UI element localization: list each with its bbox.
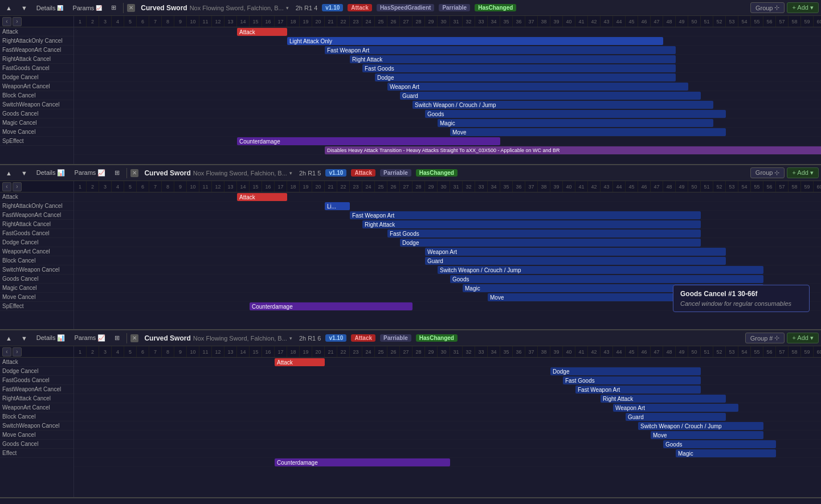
parriable-badge-1[interactable]: Parriable [439, 4, 470, 11]
nav-right-1[interactable]: › [13, 17, 22, 26]
attack-bar-3[interactable]: Attack [275, 358, 325, 366]
dropdown-3[interactable]: ▾ [289, 335, 292, 341]
grid-btn-2[interactable]: ⊞ [111, 168, 123, 178]
close-btn-2[interactable]: ✕ [130, 169, 138, 177]
attack-bar-1[interactable]: Attack [237, 28, 287, 36]
nav-left-1[interactable]: ‹ [2, 17, 11, 26]
group-btn-2[interactable]: Group ⊹ [750, 167, 785, 178]
toolbar-3: ▲ ▼ Details 📊 Params 📈 ⊞ ✕ Curved Sword … [0, 330, 821, 346]
dropdown-1[interactable]: ▾ [286, 5, 289, 11]
details-btn-1[interactable]: Details 📊 [33, 3, 67, 13]
nav-right-2[interactable]: › [13, 182, 22, 191]
params-btn-2[interactable]: Params 📈 [71, 168, 109, 178]
version-badge-1[interactable]: v1.10 [322, 4, 343, 11]
fwa-bar-1[interactable]: Fast Weapon Art [325, 46, 676, 54]
tracks-1: Attack Light Attack Only Fast Weapon Art… [74, 27, 821, 146]
add-btn-1[interactable]: + Add ▾ [787, 2, 819, 13]
label-spfx-1: SpEffect [0, 137, 73, 146]
fwa-bar-2[interactable]: Fast Weapon Art [350, 211, 701, 219]
cd-bar-2[interactable]: Counterdamage [250, 302, 412, 310]
details-btn-2[interactable]: Details 📊 [33, 168, 69, 178]
panel-1: ▲ ▼ Details 📊 Params 📈 ⊞ ✕ Curved Sword … [0, 0, 821, 165]
speed-gradient-badge-1[interactable]: HasSpeedGradient [377, 4, 434, 11]
version-badge-2[interactable]: v1.10 [325, 169, 346, 177]
goods-bar-1[interactable]: Goods [425, 110, 726, 118]
up-arrow-2[interactable]: ▲ [2, 169, 15, 178]
disable-bar-1[interactable]: Disables Heavy Attack Transition - Heavy… [325, 146, 821, 154]
add-btn-3[interactable]: + Add ▾ [787, 333, 819, 343]
track-row-3-2: Right Attack [74, 220, 821, 229]
grid-btn-3[interactable]: ⊞ [111, 333, 123, 343]
parriable-badge-2[interactable]: Parriable [380, 169, 411, 177]
group-hash-label: Group # [750, 335, 773, 342]
label-ra-1: RightAttack Cancel [0, 55, 73, 64]
attack-badge-3[interactable]: Attack [351, 334, 375, 342]
light-attack-bar-1[interactable]: Light Attack Only [287, 37, 663, 45]
sw-bar-3[interactable]: Switch Weapon / Crouch / Jump [638, 422, 763, 430]
ruler-2: 1234567891011121314151617181920212223242… [74, 181, 821, 192]
version-badge-3[interactable]: v1.10 [325, 334, 346, 342]
dodge-bar-3[interactable]: Dodge [550, 367, 701, 375]
haschanged-badge-3[interactable]: HasChanged [416, 334, 458, 342]
guard-bar-3[interactable]: Guard [626, 413, 726, 421]
move-bar-1[interactable]: Move [450, 128, 726, 136]
dodge-bar-2[interactable]: Dodge [400, 239, 701, 247]
nav-left-3[interactable]: ‹ [2, 347, 11, 357]
wa-bar-2[interactable]: Weapon Art [425, 248, 726, 256]
params-btn-3[interactable]: Params 📈 [71, 333, 109, 343]
timing-3: 2h R1 6 [299, 335, 321, 342]
down-arrow-2[interactable]: ▼ [18, 169, 31, 178]
down-arrow-1[interactable]: ▼ [18, 3, 31, 13]
label-fwa-3: FastWeaponArt Cancel [0, 385, 73, 394]
parriable-badge-3[interactable]: Parriable [380, 334, 411, 342]
group-btn-3[interactable]: Group # ⊹ [745, 333, 785, 343]
track-row-2-1: Fast Weapon Art [74, 46, 821, 55]
nav-right-3[interactable]: › [13, 347, 22, 357]
li-bar-2[interactable]: Li... [325, 202, 350, 210]
group-btn-1[interactable]: Group ⊹ [750, 2, 785, 13]
fg-bar-2[interactable]: Fast Goods [387, 230, 701, 237]
attack-bar-2[interactable]: Attack [237, 193, 287, 201]
guard-bar-1[interactable]: Guard [400, 92, 701, 100]
up-arrow-1[interactable]: ▲ [2, 3, 15, 13]
fwa-bar-3[interactable]: Fast Weapon Art [575, 386, 701, 394]
magic-bar-3[interactable]: Magic [676, 449, 776, 457]
dropdown-2[interactable]: ▾ [289, 170, 292, 176]
label-fg-1: FastGoods Cancel [0, 64, 73, 73]
details-btn-3[interactable]: Details 📊 [33, 333, 69, 343]
up-arrow-3[interactable]: ▲ [2, 334, 15, 343]
down-arrow-3[interactable]: ▼ [18, 334, 31, 343]
label-goods-2: Goods Cancel [0, 274, 73, 284]
sw-bar-1[interactable]: Switch Weapon / Crouch / Jump [412, 101, 713, 109]
cd-bar-1[interactable]: Counterdamage [237, 137, 500, 145]
close-btn-3[interactable]: ✕ [130, 334, 138, 342]
ra-bar-1[interactable]: Right Attack [350, 55, 676, 63]
params-btn-1[interactable]: Params 📈 [69, 3, 105, 13]
wa-bar-1[interactable]: Weapon Art [387, 83, 688, 91]
move-bar-3[interactable]: Move [651, 431, 763, 439]
ra-bar-2[interactable]: Right Attack [362, 220, 701, 228]
grid-btn-1[interactable]: ⊞ [108, 3, 120, 13]
nav-left-2[interactable]: ‹ [2, 182, 11, 191]
add-btn-2[interactable]: + Add ▾ [787, 167, 819, 178]
goods-bar-2[interactable]: Goods [450, 275, 763, 283]
attack-badge-1[interactable]: Attack [348, 4, 372, 11]
goods-bar-3[interactable]: Goods [663, 440, 776, 448]
track-row-4-3: Right Attack [74, 394, 821, 403]
cd-bar-3[interactable]: Counterdamage [275, 458, 450, 466]
magic-bar-1[interactable]: Magic [438, 119, 713, 127]
panel-3: ▲ ▼ Details 📊 Params 📈 ⊞ ✕ Curved Sword … [0, 330, 821, 498]
dodge-bar-1[interactable]: Dodge [375, 73, 676, 81]
wa-bar-3[interactable]: Weapon Art [613, 404, 738, 412]
guard-bar-2[interactable]: Guard [425, 257, 726, 265]
label-move-1: Move Cancel [0, 128, 73, 137]
fg-bar-3[interactable]: Fast Goods [563, 376, 701, 384]
ra-bar-3[interactable]: Right Attack [601, 395, 726, 403]
attack-badge-2[interactable]: Attack [351, 169, 375, 177]
sw-bar-2[interactable]: Switch Weapon / Crouch / Jump [438, 266, 763, 274]
haschanged-badge-1[interactable]: HasChanged [475, 4, 516, 11]
haschanged-badge-2[interactable]: HasChanged [416, 169, 458, 177]
fg-bar-1[interactable]: Fast Goods [362, 64, 676, 72]
group-icon-1: ⊹ [774, 4, 779, 11]
close-btn-1[interactable]: ✕ [127, 4, 135, 12]
